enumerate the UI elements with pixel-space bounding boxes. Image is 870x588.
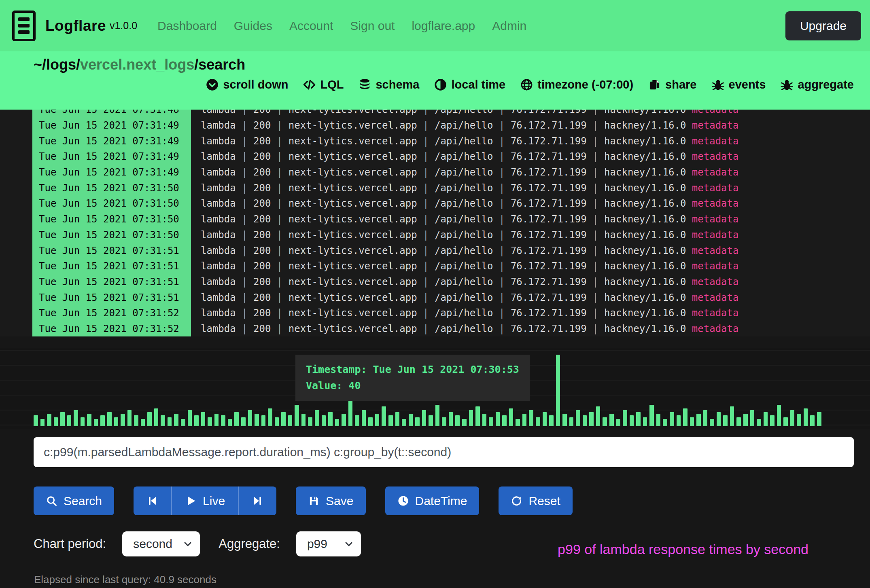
histogram-bar[interactable] — [328, 412, 333, 426]
histogram-bar[interactable] — [677, 415, 681, 426]
histogram-bar[interactable] — [248, 410, 253, 426]
nav-link-dashboard[interactable]: Dashboard — [157, 19, 217, 33]
metadata-link[interactable]: metadata — [692, 182, 739, 194]
histogram-bar[interactable] — [94, 419, 98, 426]
log-row[interactable]: Tue Jun 15 2021 07:31:49lambda | 200 | n… — [0, 118, 870, 133]
histogram-bar[interactable] — [489, 417, 493, 426]
histogram-bar[interactable] — [288, 415, 293, 426]
metadata-link[interactable]: metadata — [692, 229, 739, 241]
histogram-bar[interactable] — [777, 405, 781, 426]
histogram-bar[interactable] — [723, 415, 728, 426]
histogram-bar[interactable] — [710, 419, 714, 426]
log-row[interactable]: Tue Jun 15 2021 07:31:50lambda | 200 | n… — [0, 212, 870, 227]
histogram-bar[interactable] — [730, 406, 734, 426]
histogram-bar[interactable] — [315, 410, 319, 426]
upgrade-button[interactable]: Upgrade — [785, 11, 861, 40]
histogram-bar[interactable] — [643, 417, 647, 426]
histogram-bar[interactable] — [208, 417, 212, 426]
histogram-bar[interactable] — [60, 412, 65, 426]
histogram-bar[interactable] — [475, 406, 480, 426]
reset-button[interactable]: Reset — [499, 486, 572, 515]
histogram-bar[interactable] — [221, 415, 225, 426]
histogram-bar[interactable] — [623, 410, 627, 426]
tool-local-time[interactable]: local time — [434, 78, 505, 91]
nav-link-admin[interactable]: Admin — [492, 19, 526, 33]
histogram-bar[interactable] — [649, 405, 654, 426]
histogram-bar[interactable] — [576, 410, 580, 426]
histogram-bar[interactable] — [67, 415, 72, 426]
tool-scroll-down[interactable]: scroll down — [206, 78, 288, 91]
log-row[interactable]: Tue Jun 15 2021 07:31:49lambda | 200 | n… — [0, 133, 870, 149]
histogram-bar[interactable] — [54, 417, 58, 426]
histogram-bar[interactable] — [469, 410, 473, 426]
histogram-bar[interactable] — [543, 412, 547, 426]
histogram-bar[interactable] — [255, 414, 259, 426]
histogram-bar[interactable] — [362, 410, 366, 426]
metadata-link[interactable]: metadata — [692, 323, 739, 334]
log-row[interactable]: Tue Jun 15 2021 07:31:52lambda | 200 | n… — [0, 305, 870, 321]
log-row[interactable]: Tue Jun 15 2021 07:31:51lambda | 200 | n… — [0, 290, 870, 305]
log-row[interactable]: Tue Jun 15 2021 07:31:50lambda | 200 | n… — [0, 180, 870, 196]
histogram-bar[interactable] — [375, 414, 380, 426]
histogram-bar[interactable] — [322, 415, 326, 426]
log-row[interactable]: Tue Jun 15 2021 07:31:51lambda | 200 | n… — [0, 258, 870, 274]
histogram-bar[interactable] — [536, 417, 540, 426]
nav-link-guides[interactable]: Guides — [234, 19, 272, 33]
histogram-bar[interactable] — [395, 412, 400, 426]
histogram-bar[interactable] — [509, 408, 514, 426]
histogram-bar[interactable] — [34, 415, 38, 426]
metadata-link[interactable]: metadata — [692, 245, 739, 256]
search-query-input[interactable] — [34, 437, 854, 467]
histogram-bar[interactable] — [147, 412, 152, 426]
histogram-bar[interactable] — [342, 414, 346, 426]
histogram-bar[interactable] — [301, 414, 306, 426]
histogram-bar[interactable] — [810, 415, 815, 426]
metadata-link[interactable]: metadata — [692, 198, 739, 209]
histogram-bar[interactable] — [596, 406, 601, 426]
histogram-bar[interactable] — [355, 415, 359, 426]
histogram-bar[interactable] — [308, 417, 312, 426]
histogram-bar[interactable] — [703, 410, 708, 426]
histogram-bar[interactable] — [107, 412, 112, 426]
histogram-bar[interactable] — [670, 412, 674, 426]
tool-schema[interactable]: schema — [359, 78, 419, 91]
metadata-link[interactable]: metadata — [692, 151, 739, 162]
histogram-bar[interactable] — [114, 417, 119, 426]
histogram-bar[interactable] — [275, 417, 279, 426]
log-row[interactable]: Tue Jun 15 2021 07:31:50lambda | 200 | n… — [0, 227, 870, 243]
histogram-bar[interactable] — [764, 412, 768, 426]
histogram-bar[interactable] — [603, 417, 607, 426]
chart-period-select[interactable]: second — [122, 531, 200, 556]
histogram-bar[interactable] — [435, 405, 440, 426]
histogram-bar[interactable] — [529, 410, 533, 426]
histogram-bar[interactable] — [743, 414, 748, 426]
histogram-bar[interactable] — [442, 417, 446, 426]
histogram-bar[interactable] — [636, 412, 641, 426]
histogram-bar[interactable] — [663, 419, 667, 426]
histogram-bar[interactable] — [368, 417, 373, 426]
histogram-bar[interactable] — [154, 408, 159, 426]
tool-share[interactable]: share — [648, 78, 696, 91]
log-row[interactable]: Tue Jun 15 2021 07:31:49lambda | 200 | n… — [0, 165, 870, 180]
histogram-bar[interactable] — [790, 410, 795, 426]
histogram-bar[interactable] — [696, 414, 701, 426]
histogram-bar[interactable] — [609, 414, 614, 426]
histogram-bar[interactable] — [40, 419, 45, 426]
skip-forward-button[interactable] — [238, 486, 276, 515]
histogram-bar[interactable] — [281, 412, 286, 426]
histogram-bar[interactable] — [181, 419, 185, 426]
metadata-link[interactable]: metadata — [692, 110, 739, 115]
tool-aggregate[interactable]: aggregate — [781, 78, 854, 91]
histogram-bar[interactable] — [429, 415, 433, 426]
histogram-bar[interactable] — [717, 412, 721, 426]
histogram-bar[interactable] — [241, 417, 246, 426]
histogram-bar[interactable] — [750, 410, 755, 426]
histogram-bar[interactable] — [74, 410, 78, 426]
histogram-bar[interactable] — [783, 417, 788, 426]
logflare-logo-icon[interactable] — [12, 11, 36, 41]
histogram-bar[interactable] — [817, 412, 821, 426]
metadata-link[interactable]: metadata — [692, 120, 739, 131]
histogram-bar[interactable] — [630, 415, 634, 426]
histogram-bar[interactable] — [589, 412, 594, 426]
histogram-bar[interactable] — [214, 414, 219, 426]
